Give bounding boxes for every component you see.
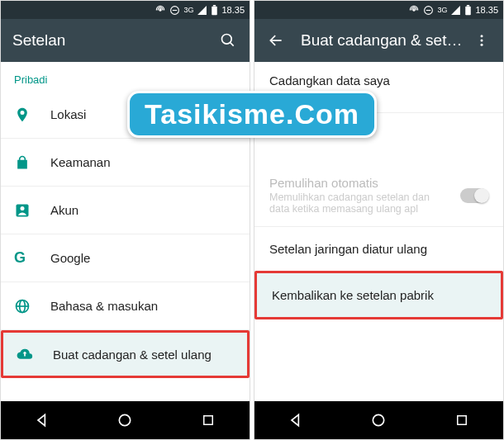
navigation-bar	[254, 401, 503, 439]
item-label: Lokasi	[50, 107, 86, 121]
svg-point-22	[481, 44, 483, 46]
svg-point-21	[481, 40, 483, 42]
item-label: Google	[50, 251, 90, 265]
item-label: Bahasa & masukan	[50, 299, 158, 313]
backup-data-title: Cadangkan data saya	[269, 73, 488, 88]
svg-rect-3	[212, 6, 218, 15]
status-bar: 3G 18.35	[1, 1, 250, 19]
clock: 18.35	[221, 5, 245, 15]
svg-rect-17	[466, 6, 472, 15]
settings-item-lokasi[interactable]: Lokasi	[1, 91, 250, 139]
backup-reset-content: Cadangkan data saya Nonaktif Pemulihan o…	[254, 62, 503, 401]
user-icon	[14, 202, 50, 219]
nav-home-button[interactable]	[100, 408, 150, 433]
factory-reset-item[interactable]: Kembalikan ke setelan pabrik	[254, 271, 503, 319]
settings-item-keamanan[interactable]: Keamanan	[1, 139, 250, 187]
svg-point-20	[481, 35, 483, 37]
more-icon[interactable]	[472, 31, 492, 50]
do-not-disturb-icon	[169, 5, 180, 16]
svg-line-6	[231, 43, 234, 46]
signal-icon	[197, 5, 207, 16]
svg-point-5	[222, 35, 232, 45]
backup-data-item[interactable]: Cadangkan data saya Nonaktif	[254, 62, 503, 113]
svg-point-23	[373, 414, 384, 425]
clock: 18.35	[475, 5, 498, 15]
nav-back-button[interactable]	[271, 408, 321, 433]
item-label: Buat cadangan & setel ulang	[53, 348, 212, 362]
screen-backup-reset: 3G 18.35 Buat cadangan & setel ul.. Cada…	[254, 0, 504, 440]
svg-rect-18	[467, 5, 469, 7]
settings-item-google[interactable]: G Google	[1, 234, 250, 282]
settings-item-akun[interactable]: Akun	[1, 187, 250, 234]
backup-icon	[17, 346, 53, 362]
do-not-disturb-icon	[423, 5, 434, 16]
svg-point-12	[120, 414, 131, 425]
network-reset-item[interactable]: Setelan jaringan diatur ulang	[254, 227, 503, 271]
auto-restore-item: Pemulihan otomatis Memulihkan cadangan s…	[254, 164, 503, 227]
svg-point-0	[159, 9, 161, 11]
lock-icon	[14, 154, 50, 171]
nav-recent-button[interactable]	[183, 408, 233, 433]
header-backup-reset: Buat cadangan & setel ul..	[254, 19, 503, 62]
network-type: 3G	[183, 6, 193, 14]
auto-restore-desc: Memulihkan cadangan setelan dan data ket…	[269, 192, 452, 215]
settings-item-bahasa[interactable]: Bahasa & masukan	[1, 282, 250, 330]
item-label: Akun	[50, 203, 78, 217]
svg-rect-4	[213, 5, 216, 7]
svg-rect-24	[458, 416, 467, 425]
battery-icon	[464, 5, 472, 16]
status-bar: 3G 18.35	[254, 1, 503, 19]
nav-back-button[interactable]	[17, 408, 67, 433]
auto-restore-title: Pemulihan otomatis	[269, 176, 452, 190]
network-type: 3G	[437, 6, 447, 14]
nav-home-button[interactable]	[354, 408, 403, 433]
settings-item-backup-reset[interactable]: Buat cadangan & setel ulang	[1, 330, 250, 378]
page-title: Buat cadangan & setel ul..	[301, 31, 464, 50]
navigation-bar	[1, 401, 250, 439]
signal-icon	[450, 5, 461, 16]
screen-settings-main: 3G 18.35 Setelan Pribadi Lokasi Keamanan…	[0, 0, 250, 440]
svg-rect-13	[204, 416, 213, 425]
back-arrow-icon[interactable]	[266, 31, 286, 50]
hotspot-icon	[155, 4, 166, 16]
nav-recent-button[interactable]	[437, 408, 487, 433]
section-header-pribadi: Pribadi	[1, 62, 250, 91]
globe-icon	[14, 298, 50, 315]
item-label: Keamanan	[50, 155, 111, 169]
header-settings: Setelan	[1, 19, 250, 62]
google-icon: G	[14, 249, 50, 267]
settings-list: Pribadi Lokasi Keamanan Akun G Google Ba…	[1, 62, 250, 401]
svg-point-14	[413, 9, 415, 11]
page-title: Setelan	[12, 31, 218, 50]
svg-point-8	[21, 206, 25, 211]
auto-restore-toggle	[460, 188, 488, 203]
location-icon	[14, 106, 50, 123]
battery-icon	[211, 5, 218, 16]
search-icon[interactable]	[218, 31, 238, 50]
backup-data-status: Nonaktif	[269, 89, 488, 101]
hotspot-icon	[408, 4, 420, 16]
